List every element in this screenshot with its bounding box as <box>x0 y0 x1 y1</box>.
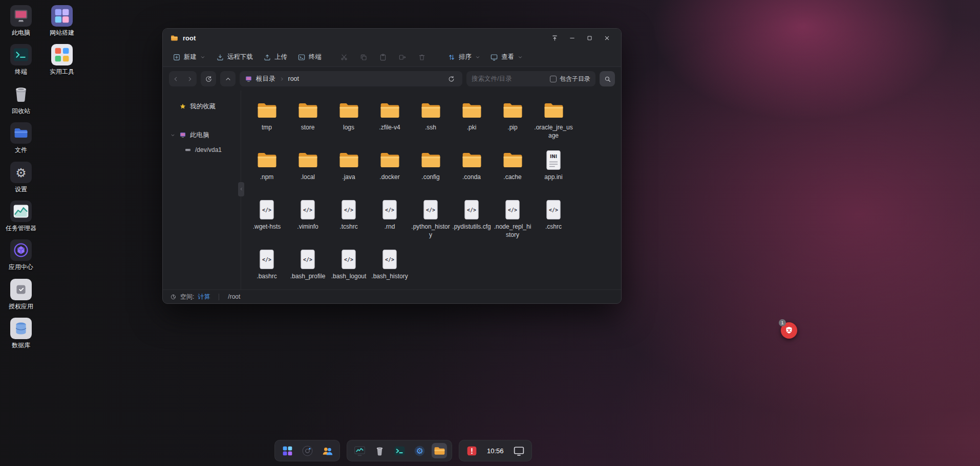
taskbar-alert-button[interactable] <box>464 443 479 458</box>
code-icon: </> <box>340 248 357 271</box>
file-item[interactable]: </>.rnd <box>369 196 410 246</box>
file-item[interactable]: .config <box>410 146 451 196</box>
settings-icon: ⚙ <box>10 162 32 183</box>
search-button[interactable] <box>600 71 615 86</box>
file-item[interactable]: .java <box>328 146 369 196</box>
file-item[interactable]: .cache <box>492 146 533 196</box>
compute-space-link[interactable]: 计算 <box>198 293 210 301</box>
divider <box>219 294 219 300</box>
upload-icon <box>263 53 271 61</box>
svg-text:</>: </> <box>426 207 435 213</box>
sidebar-collapse-handle[interactable] <box>238 182 244 196</box>
taskbar-launcher-button[interactable] <box>280 443 295 458</box>
file-item[interactable]: </>.bash_profile <box>287 246 328 290</box>
window-titlebar[interactable]: root <box>163 29 621 48</box>
desktop-icon-this-pc[interactable]: 此电脑 <box>4 5 38 36</box>
taskbar-monitor-button[interactable] <box>352 443 367 458</box>
paste-button[interactable] <box>374 50 392 64</box>
file-item[interactable]: </>.node_repl_history <box>492 196 533 246</box>
taskbar-files-button[interactable] <box>432 443 447 458</box>
sort-button[interactable]: 排序 <box>443 50 485 64</box>
code-icon: </> <box>381 198 398 221</box>
taskbar-trash-button[interactable] <box>372 443 387 458</box>
file-item[interactable]: .docker <box>369 146 410 196</box>
sidebar-item-drive[interactable]: /dev/vda1 <box>163 143 241 157</box>
taskbar-users-button[interactable] <box>319 443 335 458</box>
desktop-icon-database[interactable]: 数据库 <box>4 318 38 349</box>
file-item[interactable]: .oracle_jre_usage <box>533 97 574 146</box>
file-item[interactable]: logs <box>328 97 369 146</box>
delete-button[interactable] <box>413 50 431 64</box>
refresh-button[interactable] <box>445 73 457 85</box>
up-directory-button[interactable] <box>220 71 236 86</box>
task-manager-icon <box>10 201 32 222</box>
file-item[interactable]: .pki <box>451 97 492 146</box>
upload-button[interactable]: 上传 <box>259 50 292 64</box>
desktop-icon-authorized-apps[interactable]: 授权应用 <box>4 279 38 310</box>
file-item[interactable]: .local <box>287 146 328 196</box>
sidebar-item-favorites[interactable]: 我的收藏 <box>163 99 241 114</box>
taskbar-display-button[interactable] <box>512 443 527 458</box>
breadcrumb[interactable]: 根目录 root <box>240 71 462 86</box>
chevron-down-icon <box>170 132 176 138</box>
copy-button[interactable] <box>355 50 372 64</box>
monitor-icon <box>353 445 366 457</box>
file-item[interactable]: store <box>287 97 328 146</box>
taskbar-terminal-button[interactable] <box>392 443 407 458</box>
file-item[interactable]: </>.pydistutils.cfg <box>451 196 492 246</box>
breadcrumb-root[interactable]: 根目录 <box>256 75 275 83</box>
file-item[interactable]: .conda <box>451 146 492 196</box>
file-item[interactable]: .zfile-v4 <box>369 97 410 146</box>
file-item[interactable]: </>.tcshrc <box>328 196 369 246</box>
floating-security-button[interactable]: 1 <box>781 322 797 339</box>
files-icon <box>10 122 32 144</box>
taskbar-disc-button[interactable] <box>300 443 315 458</box>
cut-button[interactable] <box>335 50 353 64</box>
search-input[interactable] <box>472 75 547 82</box>
sidebar-item-this-pc[interactable]: 此电脑 <box>163 127 241 143</box>
close-button[interactable] <box>600 32 614 45</box>
file-item[interactable]: </>.bashrc <box>246 246 287 290</box>
terminal-button[interactable]: 终端 <box>293 50 326 64</box>
file-item[interactable]: </>.cshrc <box>533 196 574 246</box>
file-item[interactable]: .ssh <box>410 97 451 146</box>
back-button[interactable] <box>169 71 183 86</box>
desktop-icon-website-builder[interactable]: 网站搭建 <box>45 5 79 36</box>
pin-top-button[interactable] <box>547 32 562 45</box>
desktop-icon-terminal[interactable]: 终端 <box>4 44 38 75</box>
forward-button[interactable] <box>183 71 197 86</box>
include-subdirs-checkbox[interactable] <box>550 76 557 82</box>
window-controls <box>547 32 614 45</box>
desktop-icon-utilities[interactable]: 实用工具 <box>45 44 79 75</box>
file-item[interactable]: tmp <box>246 97 287 146</box>
file-item[interactable]: </>.viminfo <box>287 196 328 246</box>
maximize-button[interactable] <box>582 32 596 45</box>
desktop-icon-recycle-bin[interactable]: 回收站 <box>4 83 38 115</box>
new-button[interactable]: 新建 <box>168 50 210 64</box>
alert-icon <box>465 445 478 457</box>
history-button[interactable] <box>201 71 216 86</box>
svg-text:⚙: ⚙ <box>416 447 423 456</box>
folder-icon <box>296 148 319 172</box>
breadcrumb-current[interactable]: root <box>288 75 300 82</box>
remote-download-button[interactable]: 远程下载 <box>211 50 258 64</box>
desktop-icon-task-manager[interactable]: 任务管理器 <box>4 201 38 232</box>
folder-icon <box>378 99 401 122</box>
desktop-icon-files[interactable]: 文件 <box>4 122 38 153</box>
file-item[interactable]: </>.bash_history <box>369 246 410 290</box>
window-title: root <box>183 34 196 42</box>
desktop-icon-app-center[interactable]: 应用中心 <box>4 239 38 271</box>
file-item[interactable]: .pip <box>492 97 533 146</box>
file-item[interactable]: </>.python_history <box>410 196 451 246</box>
file-item[interactable]: </>.bash_logout <box>328 246 369 290</box>
view-button[interactable]: 查看 <box>485 50 528 64</box>
taskbar-clock[interactable]: 10:56 <box>484 443 507 458</box>
folder-icon <box>378 148 401 172</box>
file-item[interactable]: INIapp.ini <box>533 146 574 196</box>
taskbar-settings-button[interactable]: ⚙ <box>412 443 427 458</box>
minimize-button[interactable] <box>565 32 579 45</box>
file-item[interactable]: </>.wget-hsts <box>246 196 287 246</box>
move-button[interactable] <box>394 50 411 64</box>
file-item[interactable]: .npm <box>246 146 287 196</box>
desktop-icon-settings[interactable]: ⚙设置 <box>4 162 38 193</box>
